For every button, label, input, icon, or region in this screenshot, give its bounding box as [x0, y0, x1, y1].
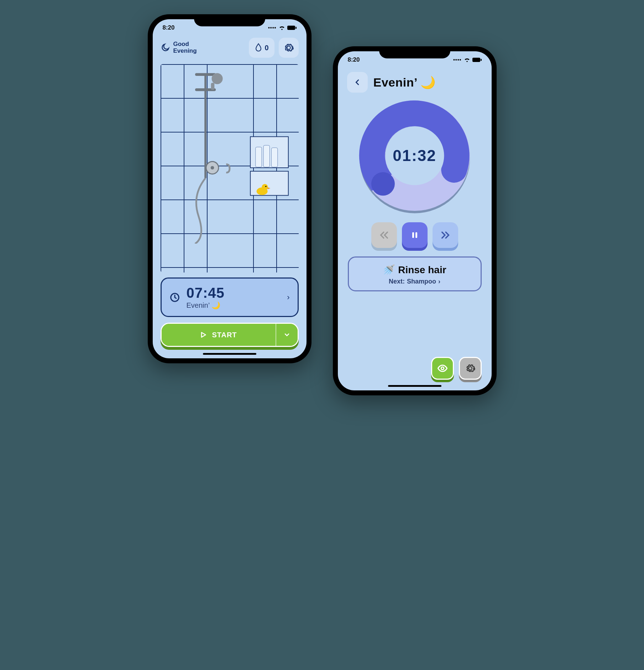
svg-point-8 — [210, 166, 214, 170]
screen-home: 8:20 •••• Good Evening 0 — [153, 19, 307, 358]
chevron-right-icon: › — [287, 293, 289, 302]
status-indicators: •••• — [268, 25, 297, 31]
shower-svg — [161, 64, 299, 244]
signal-dots-icon: •••• — [268, 25, 277, 31]
header-buttons: 0 — [249, 38, 298, 58]
greeting-text: Good Evening — [173, 41, 197, 54]
chevron-down-icon — [283, 331, 290, 338]
gear-icon — [284, 43, 294, 53]
svg-rect-24 — [412, 232, 414, 238]
svg-rect-12 — [263, 145, 269, 167]
forward-icon — [440, 230, 450, 240]
rewind-icon — [379, 230, 389, 240]
clock-icon — [169, 292, 180, 303]
eye-icon — [437, 363, 448, 374]
home-indicator — [203, 353, 256, 355]
prev-step-button[interactable] — [371, 222, 397, 248]
drops-value: 0 — [265, 44, 268, 52]
status-indicators: •••• — [453, 57, 482, 63]
svg-rect-10 — [250, 171, 288, 196]
routine-name: Evenin’ 🌙 — [187, 301, 281, 310]
timer-footer — [338, 348, 492, 390]
routine-info: 07:45 Evenin’ 🌙 — [187, 285, 281, 310]
svg-rect-19 — [481, 59, 482, 61]
timer-title: Evenin’ 🌙 — [373, 75, 436, 89]
screen-timer: 8:20 •••• Evenin’ 🌙 01:32 — [338, 51, 492, 390]
wifi-icon — [279, 25, 285, 30]
signal-dots-icon: •••• — [453, 57, 462, 63]
greeting-line1: Good — [173, 41, 197, 48]
routine-card[interactable]: 07:45 Evenin’ 🌙 › — [161, 277, 299, 317]
wifi-icon — [464, 57, 470, 62]
svg-point-16 — [265, 186, 266, 187]
battery-icon — [287, 25, 297, 30]
pause-icon — [410, 231, 419, 239]
battery-icon — [472, 57, 482, 62]
progress-ring: 01:32 — [356, 97, 473, 214]
svg-rect-13 — [271, 148, 277, 167]
timer-controls — [338, 222, 492, 248]
moon-icon — [161, 43, 170, 52]
phone-frame-home: 8:20 •••• Good Evening 0 — [148, 14, 311, 363]
chevron-left-icon — [354, 78, 361, 86]
home-header: Good Evening 0 — [153, 33, 307, 61]
svg-point-26 — [441, 367, 444, 370]
phone-frame-timer: 8:20 •••• Evenin’ 🌙 01:32 — [333, 46, 497, 395]
home-indicator — [388, 385, 441, 387]
timer-header: Evenin’ 🌙 — [338, 65, 492, 94]
gear-icon — [465, 363, 475, 373]
status-time: 8:20 — [348, 56, 360, 63]
status-time: 8:20 — [163, 24, 175, 31]
visibility-button[interactable] — [431, 357, 454, 380]
drops-counter[interactable]: 0 — [249, 38, 274, 58]
shower-illustration — [161, 64, 299, 272]
step-emoji: 🚿 — [383, 264, 395, 275]
pause-button[interactable] — [402, 222, 428, 248]
notch — [379, 46, 450, 58]
svg-rect-11 — [255, 147, 261, 167]
greeting-line2: Evening — [173, 48, 197, 54]
svg-rect-0 — [287, 26, 295, 30]
back-button[interactable] — [347, 72, 368, 93]
svg-rect-25 — [415, 232, 417, 238]
next-step-label: Next: Shampoo › — [357, 278, 473, 285]
play-icon — [200, 331, 207, 338]
next-step-button[interactable] — [433, 222, 458, 248]
drop-icon — [255, 43, 262, 52]
step-name: Rinse hair — [398, 264, 446, 275]
svg-point-5 — [211, 73, 222, 84]
start-button[interactable]: START — [162, 324, 276, 346]
routine-time: 07:45 — [187, 285, 281, 301]
step-title: 🚿 Rinse hair — [357, 264, 473, 276]
start-row: START — [161, 323, 299, 347]
start-dropdown-button[interactable] — [276, 324, 298, 346]
svg-rect-6 — [211, 83, 214, 89]
settings-button[interactable] — [279, 38, 299, 58]
notch — [194, 14, 265, 26]
svg-point-15 — [262, 184, 268, 190]
timer-value: 01:32 — [356, 97, 473, 214]
next-prefix: Next: — [389, 278, 405, 285]
start-label: START — [212, 331, 237, 339]
svg-rect-18 — [472, 58, 480, 62]
next-step-name: Shampoo — [407, 278, 436, 285]
greeting: Good Evening — [161, 41, 197, 54]
settings-button[interactable] — [459, 357, 482, 380]
current-step-card[interactable]: 🚿 Rinse hair Next: Shampoo › — [348, 256, 482, 291]
svg-rect-1 — [295, 27, 297, 29]
chevron-right-icon: › — [438, 278, 440, 285]
